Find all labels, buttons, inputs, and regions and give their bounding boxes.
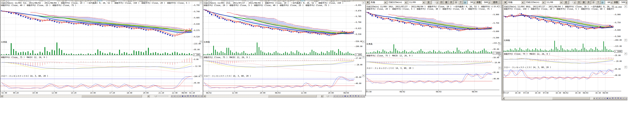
- category-select[interactable]: 先物▼: [507, 0, 525, 4]
- scroll-left-button[interactable]: ◀: [0, 95, 3, 97]
- bar-count-spinner[interactable]: 500◢: [619, 0, 627, 4]
- chart-tool-h-expand-icon[interactable]: ↔: [603, 97, 606, 100]
- vertical-scrollbar-strip[interactable]: [502, 5, 503, 94]
- macd-pane[interactable]: 移動平均( Close, 75 ) MACD( 12, 26, 9 ): [366, 54, 492, 66]
- chart-tool-close-icon[interactable]: ✕: [197, 95, 200, 97]
- chart-tool-play-icon[interactable]: ▶: [346, 95, 349, 97]
- macd-pane[interactable]: 移動平均( Close, 75 ) MACD( 12, 26, 9 ): [503, 52, 614, 65]
- chart-tool-step-left-icon[interactable]: ⇤: [595, 97, 598, 100]
- symbol-select[interactable]: 日経225mini▼: [225, 0, 245, 1]
- chart-tool-R[interactable]: R: [192, 95, 194, 97]
- horizontal-scrollbar[interactable]: ◀▶⇤+−↔■▶DIR⊕✕⇥: [502, 97, 627, 100]
- scroll-right-button[interactable]: ▶: [147, 95, 150, 97]
- chart-tool-plus-icon[interactable]: +: [173, 95, 176, 97]
- scroll-left-button[interactable]: ◀: [203, 95, 206, 97]
- category-select[interactable]: 先物▼: [207, 0, 224, 1]
- period-button-4[interactable]: T: [458, 0, 463, 4]
- chevron-down-icon[interactable]: ▼: [384, 1, 387, 4]
- period-button-4[interactable]: T: [596, 0, 600, 4]
- chart-tool-close-icon[interactable]: ✕: [360, 95, 362, 97]
- pane-collapse-button[interactable]: ▼: [362, 56, 365, 58]
- chart-tool-I[interactable]: I: [614, 97, 617, 100]
- price-pane[interactable]: 日経225mini 11/09( 5分, 2011/08/02 - 2011/0…: [0, 1, 193, 40]
- pane-collapse-button[interactable]: ▼: [362, 75, 365, 77]
- chart-tool-step-right-icon[interactable]: ⇥: [362, 95, 365, 97]
- period-button-3[interactable]: 分: [454, 0, 458, 4]
- minutes-spinner[interactable]: 60◢: [605, 0, 613, 4]
- zoom-slider-thumb[interactable]: [327, 95, 328, 97]
- period-button-1[interactable]: 週: [444, 0, 448, 4]
- period-button-1[interactable]: 週: [281, 0, 286, 1]
- toolbar-collapse-icon[interactable]: ▼: [0, 0, 4, 1]
- period-button-2[interactable]: 月: [84, 0, 88, 1]
- chart-tool-play-icon[interactable]: ▶: [609, 97, 612, 100]
- chart-tool-h-expand-icon[interactable]: ↔: [178, 95, 181, 97]
- stochastics-pane[interactable]: スロー・ストキャスティクス( 14, 3, 80, 20 ): [503, 66, 614, 91]
- chevron-down-icon[interactable]: ▼: [404, 1, 408, 4]
- spinner-icon[interactable]: ◢: [473, 1, 475, 4]
- contract-select[interactable]: 11/09▼: [246, 0, 263, 1]
- spinner-icon[interactable]: ◢: [610, 1, 613, 4]
- period-button-3[interactable]: 分: [88, 0, 92, 1]
- symbol-select[interactable]: 日経225mini▼: [388, 0, 408, 4]
- toolbar-collapse-icon[interactable]: ▼: [504, 0, 507, 4]
- macd-pane[interactable]: 移動平均( Close, 75 ) MACD( 12, 26, 9 ): [0, 56, 193, 74]
- spinner-icon[interactable]: ◢: [625, 1, 627, 4]
- bar-count-spinner[interactable]: 500◢: [319, 0, 328, 1]
- pane-collapse-button[interactable]: ▼: [624, 53, 627, 55]
- apply-button[interactable]: 適用: [328, 0, 336, 1]
- toolbar-collapse-icon[interactable]: ▼: [366, 0, 369, 4]
- spinner-icon[interactable]: ◢: [573, 1, 576, 4]
- pane-collapse-button[interactable]: ▼: [200, 41, 202, 43]
- stochastics-pane[interactable]: スロー・ストキャスティクス( 14, 3, 80, 20 ): [366, 66, 492, 90]
- chart-tool-I[interactable]: I: [189, 95, 192, 97]
- pane-collapse-button[interactable]: ▼: [624, 39, 627, 41]
- chart-tool-step-left-icon[interactable]: ⇤: [333, 95, 336, 97]
- bar-interval-spinner[interactable]: 1◢: [269, 0, 276, 1]
- zoom-slider-thumb[interactable]: [155, 95, 156, 97]
- scrollbar-thumb[interactable]: [268, 95, 316, 97]
- bar-count-spinner[interactable]: 500◢: [116, 0, 125, 1]
- chevron-down-icon[interactable]: ▼: [560, 1, 563, 4]
- chart-tool-D[interactable]: D: [186, 95, 189, 97]
- period-button-2[interactable]: 月: [586, 0, 591, 4]
- period-button-0[interactable]: 日: [276, 0, 281, 1]
- spinner-icon[interactable]: ◢: [488, 1, 490, 4]
- chart-tool-R[interactable]: R: [617, 97, 620, 100]
- multi-symbol-button[interactable]: 複数銘柄: [339, 0, 353, 1]
- pane-collapse-button[interactable]: ▼: [200, 56, 202, 58]
- chart-tool-plus-icon[interactable]: +: [336, 95, 338, 97]
- macd-pane[interactable]: 移動平均( Close, 75 ) MACD( 12, 26, 9 ): [203, 56, 354, 74]
- chart-tool-minus-icon[interactable]: −: [601, 97, 603, 100]
- chart-tool-stop-icon[interactable]: ■: [344, 95, 346, 97]
- chevron-down-icon[interactable]: ▼: [521, 1, 524, 4]
- contract-select[interactable]: 11/09▼: [408, 0, 426, 4]
- scroll-right-button[interactable]: ▶: [321, 95, 323, 97]
- volume-pane[interactable]: 出来高: [366, 42, 492, 54]
- category-select[interactable]: 先物▼: [370, 0, 387, 4]
- period-button-1[interactable]: 週: [78, 0, 83, 1]
- chart-tool-stop-icon[interactable]: ■: [606, 97, 609, 100]
- chart-tool-close-icon[interactable]: ✕: [622, 97, 625, 100]
- apply-button[interactable]: 適用: [491, 0, 499, 4]
- spinner-icon[interactable]: ◢: [436, 1, 438, 4]
- chart-tool-D[interactable]: D: [349, 95, 352, 97]
- bar-type-button[interactable]: 足: [61, 0, 66, 1]
- chart-tool-D[interactable]: D: [612, 97, 614, 100]
- price-pane[interactable]: 日経225mini 11/09( 60分, 2011/07/27 - 2011/…: [503, 5, 614, 38]
- bar-type-button[interactable]: 足: [426, 0, 431, 4]
- chart-tool-zoom-icon[interactable]: ⊕: [194, 95, 197, 97]
- period-button-2[interactable]: 月: [449, 0, 453, 4]
- chart-tool-step-right-icon[interactable]: ⇥: [200, 95, 203, 97]
- toolbar-collapse-icon[interactable]: ▼: [203, 0, 207, 1]
- chevron-down-icon[interactable]: ▼: [542, 1, 545, 4]
- pane-collapse-button[interactable]: ▼: [624, 5, 627, 8]
- horizontal-scrollbar[interactable]: ◀▶⇤+−↔■▶DIR⊕✕⇥: [0, 95, 202, 98]
- stochastics-pane[interactable]: スロー・ストキャスティクス( 14, 3, 80, 20 ): [0, 74, 193, 91]
- bar-count-spinner[interactable]: 500◢: [482, 0, 491, 4]
- price-pane[interactable]: 日経225mini 11/09( 15分, 2011/07/27 - 2011/…: [203, 1, 354, 40]
- minutes-spinner[interactable]: 30◢: [468, 0, 476, 4]
- bar-type-button[interactable]: 足: [264, 0, 268, 1]
- chart-tool-stop-icon[interactable]: ■: [181, 95, 184, 97]
- stochastics-pane[interactable]: スロー・ストキャスティクス( 14, 3, 80, 20 ): [203, 74, 354, 91]
